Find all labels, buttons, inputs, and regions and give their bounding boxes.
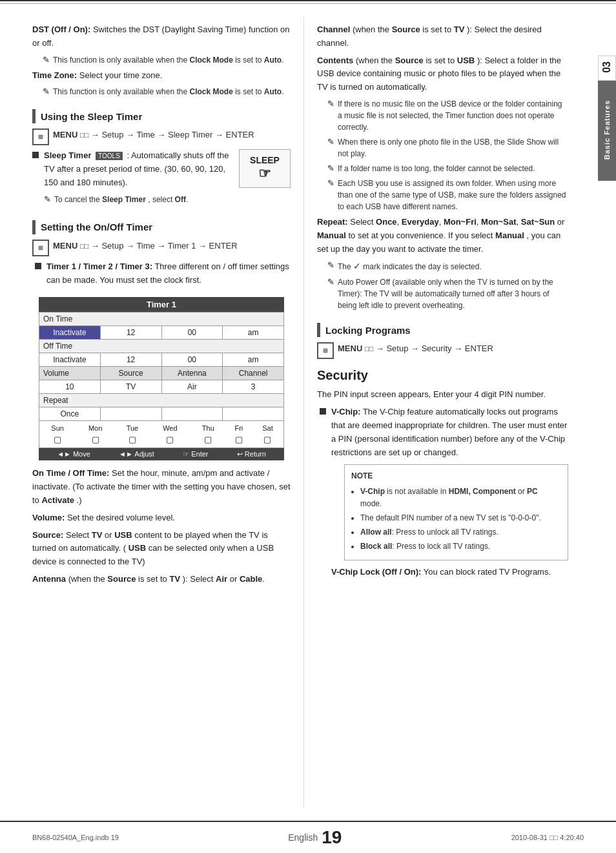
chapter-num: 03: [598, 56, 616, 81]
dst-text: DST (Off / On): Switches the DST (Daylig…: [32, 23, 291, 50]
tz-note1: ✎ This function is only available when t…: [43, 86, 291, 98]
security-intro: The PIN input screen appears, Enter your…: [317, 388, 568, 402]
channel-section: Channel (when the Source is set to TV ):…: [317, 23, 568, 311]
menu-icon-2: ⊞: [32, 240, 49, 256]
note-list: V-Chip is not available in HDMI, Compone…: [351, 486, 561, 553]
list-item: The default PIN number of a new TV set i…: [360, 512, 561, 524]
nav-enter: ☞ Enter: [183, 450, 208, 458]
source-desc: Source: Select TV or USB content to be p…: [32, 529, 291, 569]
tools-badge: TOOLS: [96, 152, 123, 160]
table-row: Off Time: [39, 340, 284, 353]
pencil-icon-9: ✎: [327, 277, 334, 287]
menu-icon-3: ⊞: [317, 342, 334, 359]
dst-section: DST (Off / On): Switches the DST (Daylig…: [32, 23, 291, 98]
pencil-icon-2: ✎: [43, 87, 50, 96]
side-tab-area: 03 Basic Features: [598, 56, 616, 181]
table-row: Sun Mon Tue Wed Thu Fri Sat ▢: [39, 421, 284, 448]
note-box: NOTE V-Chip is not available in HDMI, Co…: [344, 464, 568, 560]
on-off-timer-heading: Setting the On/Off Timer: [32, 220, 291, 234]
sleep-display: SLEEP ☞: [239, 149, 291, 188]
volume-desc: Volume: Set the desired volume level.: [32, 511, 291, 525]
pencil-icon-3: ✎: [44, 194, 51, 204]
on-off-timer-bullet: Timer 1 / Timer 2 / Timer 3: Three diffe…: [35, 260, 291, 291]
on-off-time-desc: On Time / Off Time: Set the hour, minute…: [32, 467, 291, 507]
bottom-left-text: BN68-02540A_Eng.indb 19: [32, 834, 119, 841]
table-row: Inactivate 12 00 am: [39, 353, 284, 367]
sleep-timer-bullet: SLEEP ☞ Sleep Timer TOOLS : Automaticall…: [32, 149, 291, 208]
list-item: V-Chip is not available in HDMI, Compone…: [360, 486, 561, 510]
section-bar: [32, 109, 36, 123]
list-item: Block all: Press to lock all TV ratings.: [360, 540, 561, 553]
sleep-timer-heading: Using the Sleep Timer: [32, 109, 291, 123]
section-bar-3: [317, 323, 320, 337]
channel-note3: ✎ If a folder name is too long, the fold…: [327, 163, 568, 174]
dst-note1: ✎ This function is only available when t…: [43, 54, 291, 66]
bottom-bar: BN68-02540A_Eng.indb 19 English 19 2010-…: [0, 821, 616, 853]
pencil-icon-1: ✎: [43, 55, 50, 65]
v-chip-bullet: V-Chip: The V-Chip feature automatically…: [320, 406, 568, 583]
side-tab: Basic Features: [598, 81, 616, 181]
nav-adjust: ◄► Adjust: [119, 450, 154, 458]
bullet-icon-3: [320, 408, 326, 415]
page-number: 19: [322, 827, 342, 848]
table-row: Inactivate 12 00 am: [39, 326, 284, 340]
left-column: DST (Off / On): Switches the DST (Daylig…: [0, 17, 303, 808]
pencil-icon-7: ✎: [327, 178, 334, 188]
pencil-icon-5: ✎: [327, 137, 334, 147]
bullet-icon: [32, 152, 39, 158]
right-column: Channel (when the Source is set to TV ):…: [303, 17, 581, 808]
auto-power-note: ✎ Auto Power Off (available only when th…: [327, 276, 568, 311]
timer-title: Timer 1: [39, 297, 284, 312]
table-row: Repeat: [39, 394, 284, 407]
english-label: English: [288, 832, 318, 843]
pencil-icon-8: ✎: [327, 260, 334, 270]
table-row: Once: [39, 407, 284, 421]
locking-heading: Locking Programs: [317, 323, 568, 337]
antenna-desc: Antenna (when the Source is set to TV ):…: [32, 573, 291, 586]
bullet-icon-2: [35, 263, 41, 269]
pencil-icon-6: ✎: [327, 163, 334, 173]
locking-menu-line: ⊞ MENU □□ → Setup → Security → ENTER: [317, 342, 568, 359]
bottom-right-text: 2010-08-31 □□ 4:20:40: [511, 834, 584, 841]
sleep-hand-icon: ☞: [258, 165, 271, 182]
on-off-timer-menu-line: ⊞ MENU □□ → Setup → Time → Timer 1 → ENT…: [32, 240, 291, 256]
nav-return: ↩ Return: [237, 450, 266, 458]
v-chip-lock: V-Chip Lock (Off / On): You can block ra…: [331, 566, 568, 579]
pencil-icon-4: ✎: [327, 99, 334, 108]
channel-text: Channel (when the Source is set to TV ):…: [317, 23, 568, 50]
timer-nav-bar: ◄► Move ◄► Adjust ☞ Enter ↩ Return: [39, 448, 284, 460]
note-label: NOTE: [351, 470, 561, 482]
table-row: 10 TV Air 3: [39, 380, 284, 394]
security-title: Security: [317, 368, 568, 383]
sleep-cancel-note: ✎ To cancel the Sleep Timer , select Off…: [44, 194, 291, 205]
section-bar-2: [32, 220, 36, 234]
table-row: On Time: [39, 313, 284, 326]
list-item: Allow all: Press to unlock all TV rating…: [360, 526, 561, 539]
table-row: Volume Source Antenna Channel: [39, 367, 284, 380]
tz-text: Time Zone: Select your time zone.: [32, 69, 291, 83]
timer-table: On Time Inactivate 12 00 am Off Time Ina…: [39, 312, 284, 448]
sleep-timer-menu-line: ⊞ MENU □□ → Setup → Time → Sleep Timer →…: [32, 128, 291, 145]
channel-note1: ✎ If there is no music file on the USB d…: [327, 98, 568, 133]
menu-icon: ⊞: [32, 128, 49, 145]
channel-note4: ✎ Each USB you use is assigned its own f…: [327, 178, 568, 212]
repeat-note: ✎ The ✓ mark indicates the day is select…: [327, 260, 568, 273]
contents-text: Contents (when the Source is set to USB …: [317, 54, 568, 94]
timer-table-container: Timer 1 On Time Inactivate 12 00 am Off …: [39, 297, 284, 460]
channel-note2: ✎ When there is only one photo file in t…: [327, 136, 568, 159]
nav-move: ◄► Move: [57, 450, 90, 458]
page-number-area: English 19: [288, 827, 342, 848]
repeat-text: Repeat: Select Once, Everyday, Mon~Fri, …: [317, 216, 568, 256]
